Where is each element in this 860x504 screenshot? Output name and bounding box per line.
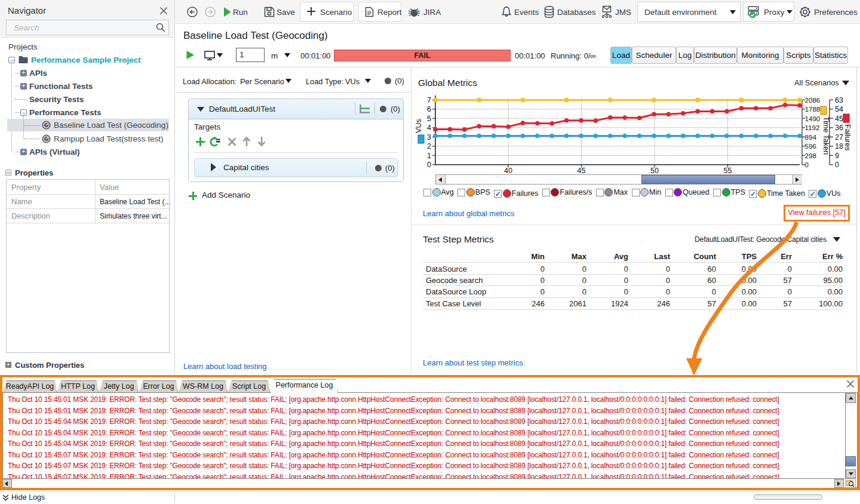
svg-text:894: 894 [805,133,817,141]
svg-text:63: 63 [835,96,843,105]
svg-text:Failures: Failures [843,124,852,150]
svg-text:7: 7 [427,96,431,105]
svg-text:0: 0 [835,161,839,169]
svg-text:2086: 2086 [805,96,821,104]
svg-text:1192: 1192 [805,124,820,131]
svg-text:1788: 1788 [805,105,821,113]
svg-text:9: 9 [835,152,839,160]
svg-text:18: 18 [835,142,843,150]
svg-text:1: 1 [427,152,431,160]
svg-text:54: 54 [835,105,843,113]
svg-text:VUs: VUs [414,119,423,133]
svg-text:36: 36 [835,124,843,132]
svg-text:27: 27 [835,133,843,142]
svg-text:45: 45 [578,167,586,175]
svg-text:55: 55 [724,167,732,175]
svg-text:0: 0 [805,161,809,168]
svg-text:50: 50 [650,167,659,175]
svg-text:0: 0 [427,161,431,169]
svg-text:6: 6 [427,105,431,113]
svg-text:3: 3 [427,133,431,142]
svg-text:1490: 1490 [805,115,821,122]
svg-text:2: 2 [427,142,431,150]
svg-text:45: 45 [835,115,843,123]
svg-text:5: 5 [427,115,431,123]
svg-text:40: 40 [504,167,512,175]
svg-text:596: 596 [805,142,816,150]
svg-text:Time Taken: Time Taken [822,116,830,155]
svg-text:4: 4 [427,124,431,132]
svg-text:298: 298 [805,152,816,159]
